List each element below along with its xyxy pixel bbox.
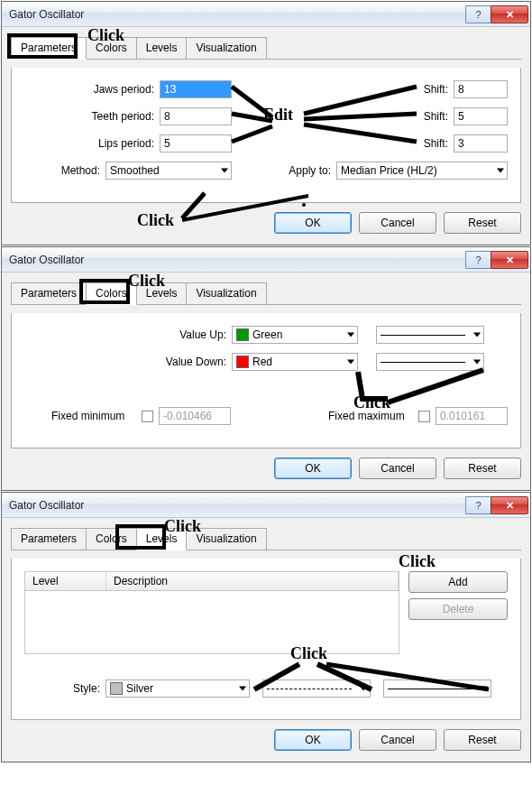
input-shift2[interactable] — [454, 107, 508, 125]
label-fixed-max: Fixed maximum — [328, 410, 418, 422]
panel-levels: Level Description Add Delete Style: Silv… — [11, 559, 521, 720]
tab-parameters[interactable]: Parameters — [11, 528, 87, 550]
select-value-down-width[interactable] — [376, 353, 484, 371]
input-teeth-period[interactable] — [160, 107, 232, 125]
input-shift1[interactable] — [454, 80, 508, 98]
reset-button[interactable]: Reset — [444, 212, 521, 234]
tab-bar: Parameters Colors Levels Visualization — [11, 528, 521, 550]
checkbox-fixed-max[interactable] — [418, 411, 430, 422]
select-value-down-color[interactable]: Red — [232, 353, 358, 371]
chevron-down-icon — [239, 687, 246, 691]
dialog-levels: Gator Oscillator ? ✕ Parameters Colors L… — [1, 492, 531, 763]
select-apply-to[interactable]: Median Price (HL/2) — [336, 162, 508, 180]
tab-levels[interactable]: Levels — [136, 37, 188, 59]
label-shift2: Shift: — [408, 110, 454, 123]
select-method[interactable]: Smoothed — [105, 162, 232, 180]
button-row: OK Cancel Reset — [11, 458, 521, 479]
label-teeth: Teeth period: — [24, 110, 160, 123]
col-description: Description — [106, 572, 399, 590]
tab-visualization[interactable]: Visualization — [186, 528, 266, 550]
tab-visualization[interactable]: Visualization — [186, 37, 266, 59]
window-title: Gator Oscillator — [9, 254, 465, 266]
chevron-down-icon — [347, 360, 354, 365]
cancel-button[interactable]: Cancel — [359, 729, 436, 751]
input-lips-period[interactable] — [160, 134, 232, 153]
tab-colors[interactable]: Colors — [86, 528, 137, 550]
tab-colors[interactable]: Colors — [86, 37, 137, 59]
reset-button[interactable]: Reset — [444, 458, 521, 479]
input-shift3[interactable] — [454, 134, 508, 153]
select-value-up-width[interactable] — [376, 326, 484, 344]
line-sample — [388, 689, 472, 689]
tab-colors[interactable]: Colors — [86, 282, 137, 305]
dialog-parameters: Gator Oscillator ? ✕ Parameters Colors L… — [1, 1, 531, 245]
chevron-down-icon — [473, 333, 481, 337]
col-level: Level — [25, 572, 106, 590]
tab-levels[interactable]: Levels — [136, 528, 188, 550]
input-fixed-max[interactable] — [436, 407, 508, 425]
panel-colors: Value Up: Green Value Down: Red — [11, 313, 521, 448]
chevron-down-icon — [221, 169, 228, 173]
select-style-linewidth[interactable] — [383, 679, 491, 698]
select-style-color[interactable]: Silver — [105, 679, 250, 698]
label-jaws: Jaws period: — [24, 83, 160, 96]
help-button[interactable]: ? — [465, 496, 491, 514]
checkbox-fixed-min[interactable] — [142, 411, 153, 422]
button-row: OK Cancel Reset — [11, 729, 521, 751]
label-method: Method: — [24, 164, 105, 177]
tab-bar: Parameters Colors Levels Visualization — [11, 282, 521, 305]
cancel-button[interactable]: Cancel — [359, 212, 436, 234]
help-button[interactable]: ? — [465, 251, 491, 269]
input-fixed-min[interactable] — [159, 407, 231, 425]
help-button[interactable]: ? — [465, 5, 491, 23]
label-value-down: Value Down: — [24, 356, 232, 368]
label-shift3: Shift: — [408, 137, 454, 150]
tab-bar: Parameters Colors Levels Visualization — [11, 37, 521, 60]
input-jaws-period[interactable] — [160, 80, 232, 98]
line-sample — [381, 362, 465, 363]
window-title: Gator Oscillator — [9, 8, 465, 21]
chevron-down-icon — [360, 687, 367, 691]
color-swatch-silver — [110, 682, 123, 695]
label-lips: Lips period: — [24, 137, 160, 150]
ok-button[interactable]: OK — [274, 729, 352, 751]
window-title: Gator Oscillator — [9, 499, 465, 512]
select-style-linestyle[interactable] — [262, 679, 371, 698]
reset-button[interactable]: Reset — [444, 729, 521, 751]
titlebar: Gator Oscillator ? ✕ — [2, 2, 530, 27]
chevron-down-icon — [497, 169, 504, 173]
label-value-up: Value Up: — [24, 328, 232, 341]
tab-parameters[interactable]: Parameters — [11, 37, 87, 60]
label-style: Style: — [24, 682, 105, 695]
color-swatch-red — [236, 356, 249, 368]
line-sample — [381, 335, 465, 336]
line-sample-dashed — [267, 689, 352, 689]
label-shift1: Shift: — [408, 83, 454, 96]
levels-table-body[interactable] — [24, 591, 399, 654]
close-button[interactable]: ✕ — [491, 5, 528, 23]
label-apply: Apply to: — [273, 164, 336, 177]
color-swatch-green — [236, 328, 249, 341]
ok-button[interactable]: OK — [274, 212, 352, 234]
panel-parameters: Jaws period: Shift: Teeth period: Shift:… — [11, 68, 521, 203]
levels-table-header: Level Description — [24, 571, 399, 591]
close-button[interactable]: ✕ — [491, 251, 528, 269]
ok-button[interactable]: OK — [274, 458, 352, 479]
titlebar: Gator Oscillator ? ✕ — [2, 493, 530, 518]
chevron-down-icon — [473, 360, 481, 365]
add-button[interactable]: Add — [408, 571, 508, 593]
button-row: OK Cancel Reset — [11, 212, 521, 234]
tab-parameters[interactable]: Parameters — [11, 282, 87, 304]
chevron-down-icon — [347, 333, 354, 337]
label-fixed-min: Fixed minimum — [24, 410, 142, 422]
delete-button[interactable]: Delete — [408, 598, 508, 620]
tab-levels[interactable]: Levels — [136, 282, 188, 304]
select-value-up-color[interactable]: Green — [232, 326, 358, 344]
close-button[interactable]: ✕ — [491, 496, 528, 514]
chevron-down-icon — [481, 687, 488, 691]
titlebar: Gator Oscillator ? ✕ — [2, 247, 530, 273]
cancel-button[interactable]: Cancel — [359, 458, 436, 479]
dialog-colors: Gator Oscillator ? ✕ Parameters Colors L… — [1, 246, 531, 491]
tab-visualization[interactable]: Visualization — [186, 282, 266, 304]
